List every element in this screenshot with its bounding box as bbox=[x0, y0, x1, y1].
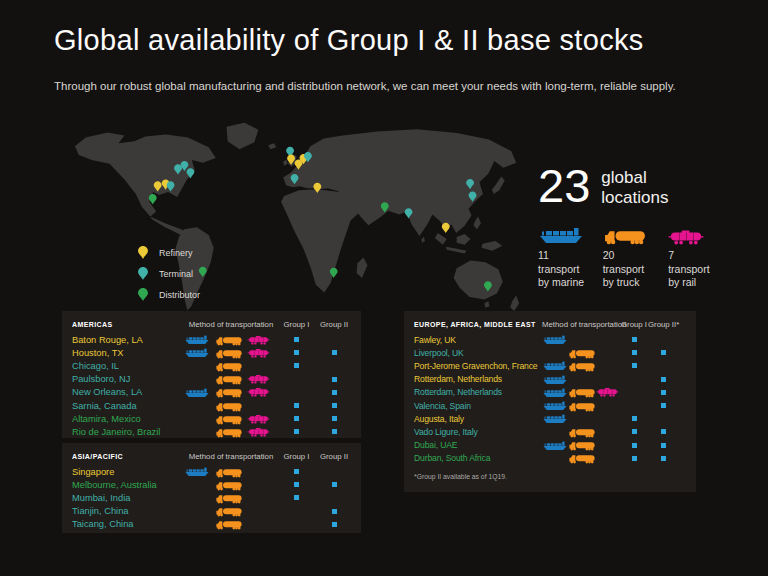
method-slot-truck bbox=[215, 518, 247, 530]
city-label: Vado Ligure, Italy bbox=[414, 427, 542, 437]
method-slot-truck bbox=[215, 373, 247, 385]
table-asia-pacific: ASIA/PACIFICMethod of transportationGrou… bbox=[62, 443, 361, 533]
transport-stat-label: 11 transport by marine bbox=[538, 249, 601, 290]
group1-marker bbox=[620, 416, 648, 421]
method-slot-truck bbox=[215, 413, 247, 425]
transport-stat-label: 20 transport by truck bbox=[603, 249, 666, 290]
city-label: Altamira, Mexico bbox=[72, 414, 184, 424]
method-slot-truck bbox=[215, 347, 247, 359]
truck-icon bbox=[215, 360, 243, 372]
group2-column-header: Group II bbox=[315, 320, 353, 329]
method-slot-marine bbox=[542, 400, 568, 411]
method-slot-rail bbox=[247, 374, 278, 384]
method-slot-truck bbox=[215, 426, 247, 438]
truck-icon bbox=[568, 386, 596, 398]
world-map-graphic bbox=[60, 116, 536, 316]
landmass-central-america bbox=[150, 216, 184, 235]
group2-marker bbox=[315, 350, 353, 355]
city-label: Sarnia, Canada bbox=[72, 401, 184, 411]
landmass-new-zealand bbox=[510, 296, 519, 312]
landmass-africa bbox=[281, 189, 363, 292]
method-slot-marine bbox=[542, 360, 568, 371]
ship-icon bbox=[542, 413, 568, 424]
method-slot-truck bbox=[215, 400, 247, 412]
table-row: Paulsboro, NJ bbox=[72, 373, 351, 386]
table-row: Tianjin, China bbox=[72, 505, 351, 518]
group1-marker bbox=[278, 495, 315, 500]
method-slot-truck bbox=[215, 479, 247, 491]
railcar-icon bbox=[247, 387, 270, 397]
terminal-pin-icon bbox=[138, 267, 148, 280]
truck-icon bbox=[215, 426, 243, 438]
group2-marker bbox=[648, 390, 678, 395]
table-row: Durban, South Africa bbox=[414, 452, 686, 465]
region-title: EUROPE, AFRICA, MIDDLE EAST bbox=[414, 321, 542, 328]
railcar-icon bbox=[247, 414, 270, 424]
landmass-australia bbox=[454, 260, 503, 307]
city-label: New Orleans, LA bbox=[72, 387, 184, 397]
group1-column-header: Group I bbox=[278, 452, 315, 461]
table-row: Rotterdam, Netherlands bbox=[414, 373, 686, 386]
city-label: Rotterdam, Netherlands bbox=[414, 374, 542, 384]
table-row: Valencia, Spain bbox=[414, 399, 686, 412]
group2-marker bbox=[648, 377, 678, 382]
truck-icon bbox=[215, 386, 243, 398]
truck-icon bbox=[215, 505, 243, 517]
method-slot-marine bbox=[542, 334, 568, 345]
truck-icon bbox=[568, 360, 596, 372]
railcar-icon bbox=[247, 335, 270, 345]
table-row: Altamira, Mexico bbox=[72, 412, 351, 425]
truck-icon bbox=[215, 492, 243, 504]
ship-icon bbox=[184, 466, 210, 477]
method-column-header: Method of transportation bbox=[184, 320, 278, 329]
table-row: Dubai, UAE bbox=[414, 439, 686, 452]
city-label: Rotterdam, Netherlands bbox=[414, 387, 542, 397]
ship-icon-wrap bbox=[538, 222, 601, 245]
locations-count: 23 bbox=[538, 162, 590, 209]
table-row: Chicago, IL bbox=[72, 359, 351, 372]
city-label: Port-Jerome Gravenchon, France bbox=[414, 361, 542, 371]
truck-icon bbox=[215, 334, 243, 346]
method-slot-truck bbox=[215, 360, 247, 372]
truck-icon bbox=[568, 439, 596, 451]
table-row: New Orleans, LA bbox=[72, 386, 351, 399]
group2-marker bbox=[315, 509, 353, 514]
group1-marker bbox=[620, 337, 648, 342]
truck-icon bbox=[568, 426, 596, 438]
table-header-row: ASIA/PACIFICMethod of transportationGrou… bbox=[72, 448, 351, 465]
group1-marker bbox=[278, 482, 315, 487]
railcar-icon-wrap bbox=[668, 222, 726, 245]
table-europe-africa-middle-east: EUROPE, AFRICA, MIDDLE EASTMethod of tra… bbox=[404, 311, 696, 492]
method-column-header: Method of transportation bbox=[542, 320, 620, 329]
city-label: Mumbai, India bbox=[72, 493, 184, 503]
group2-marker bbox=[648, 456, 678, 461]
legend-label: Distributor bbox=[159, 290, 200, 300]
group1-marker bbox=[620, 429, 648, 434]
map-pin-refinery bbox=[442, 223, 450, 233]
stats-block: 23 global locations 11 transport by mari… bbox=[538, 162, 728, 290]
table-row: Fawley, UK bbox=[414, 333, 686, 346]
page-subtitle: Through our robust global manufacturing … bbox=[54, 80, 676, 92]
group1-marker bbox=[620, 350, 648, 355]
group2-marker bbox=[315, 416, 353, 421]
method-slot-rail bbox=[247, 387, 278, 397]
group1-marker bbox=[278, 337, 315, 342]
group2-marker bbox=[315, 522, 353, 527]
city-label: Valencia, Spain bbox=[414, 401, 542, 411]
group1-marker bbox=[278, 429, 315, 434]
ship-icon bbox=[184, 387, 210, 398]
city-label: Taicang, China bbox=[72, 519, 184, 529]
locations-stat: 23 global locations bbox=[538, 162, 728, 209]
table-row: Taicang, China bbox=[72, 518, 351, 531]
group2-marker bbox=[648, 443, 678, 448]
city-label: Fawley, UK bbox=[414, 335, 542, 345]
method-slot-marine bbox=[542, 387, 568, 398]
ship-icon bbox=[542, 360, 568, 371]
group1-marker bbox=[620, 443, 648, 448]
method-slot-marine bbox=[542, 374, 568, 385]
ship-icon bbox=[542, 374, 568, 385]
table-row: Houston, TX bbox=[72, 346, 351, 359]
truck-icon bbox=[215, 518, 243, 530]
method-slot-rail bbox=[247, 335, 278, 345]
table-row: Melbourne, Australia bbox=[72, 478, 351, 491]
